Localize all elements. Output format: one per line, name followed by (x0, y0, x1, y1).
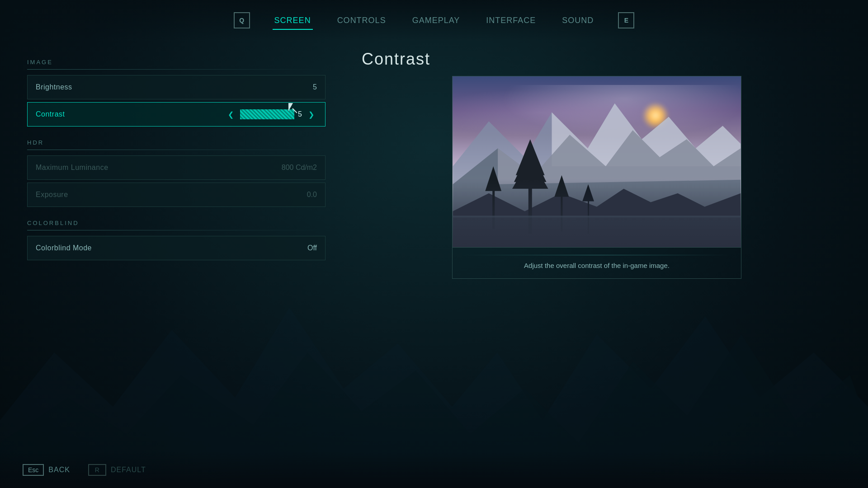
colorblind-divider (27, 230, 326, 230)
preview-title: Contrast (362, 50, 430, 69)
colorblind-mode-row[interactable]: Colorblind Mode Off (27, 236, 326, 260)
esc-key: Esc (23, 464, 44, 476)
contrast-row[interactable]: Contrast ❮ 5 ❯ (27, 102, 326, 127)
nav-q-key[interactable]: Q (234, 12, 250, 28)
colorblind-section-header: COLORBLIND (27, 220, 326, 226)
bottom-bar: Esc Back R Default (0, 452, 868, 488)
image-divider (27, 69, 326, 70)
brightness-label: Brightness (36, 83, 72, 91)
preview-scene (453, 76, 741, 247)
hdr-divider (27, 150, 326, 150)
contrast-slider-track[interactable] (240, 109, 294, 119)
exposure-label: Exposure (36, 191, 68, 199)
colorblind-mode-label: Colorblind Mode (36, 244, 92, 252)
top-nav: Q Screen Controls Gameplay Interface Sou… (0, 0, 868, 41)
preview-panel: Contrast (353, 50, 841, 443)
r-key: R (88, 464, 106, 476)
default-label: Default (111, 466, 146, 474)
slider-pattern (240, 109, 294, 119)
preview-description: Adjust the overall contrast of the in-ga… (462, 261, 732, 271)
nav-tab-gameplay[interactable]: Gameplay (410, 12, 462, 29)
exposure-value: 0.0 (307, 191, 317, 199)
brightness-row[interactable]: Brightness 5 (27, 75, 326, 99)
max-luminance-label: Maximum Luminance (36, 164, 108, 172)
contrast-increase-button[interactable]: ❯ (306, 109, 317, 120)
back-button[interactable]: Esc Back (23, 464, 70, 476)
back-label: Back (48, 466, 70, 474)
nav-tab-sound[interactable]: Sound (560, 12, 595, 29)
nav-tab-controls[interactable]: Controls (335, 12, 388, 29)
default-button[interactable]: R Default (88, 464, 146, 476)
image-section-header: IMAGE (27, 59, 326, 66)
max-luminance-value: 800 Cd/m2 (282, 164, 317, 172)
colorblind-mode-value: Off (307, 244, 317, 252)
contrast-label: Contrast (36, 110, 65, 118)
contrast-value: 5 (298, 110, 302, 118)
contrast-slider-control: ❮ 5 ❯ (225, 109, 317, 120)
max-luminance-row: Maximum Luminance 800 Cd/m2 (27, 155, 326, 180)
nav-e-key[interactable]: E (618, 12, 634, 28)
preview-image (452, 76, 741, 248)
preview-description-area: Adjust the overall contrast of the in-ga… (452, 248, 741, 279)
exposure-row: Exposure 0.0 (27, 183, 326, 207)
brightness-value: 5 (313, 83, 317, 91)
hdr-section-header: HDR (27, 139, 326, 146)
settings-panel: IMAGE Brightness 5 Contrast ❮ 5 ❯ HDR Ma… (27, 50, 326, 443)
preview-desc-divider (462, 255, 732, 255)
scene-foreground (453, 179, 741, 247)
nav-tab-screen[interactable]: Screen (273, 12, 313, 29)
contrast-decrease-button[interactable]: ❮ (225, 109, 236, 120)
nav-tab-interface[interactable]: Interface (484, 12, 538, 29)
main-content: IMAGE Brightness 5 Contrast ❮ 5 ❯ HDR Ma… (0, 41, 868, 452)
